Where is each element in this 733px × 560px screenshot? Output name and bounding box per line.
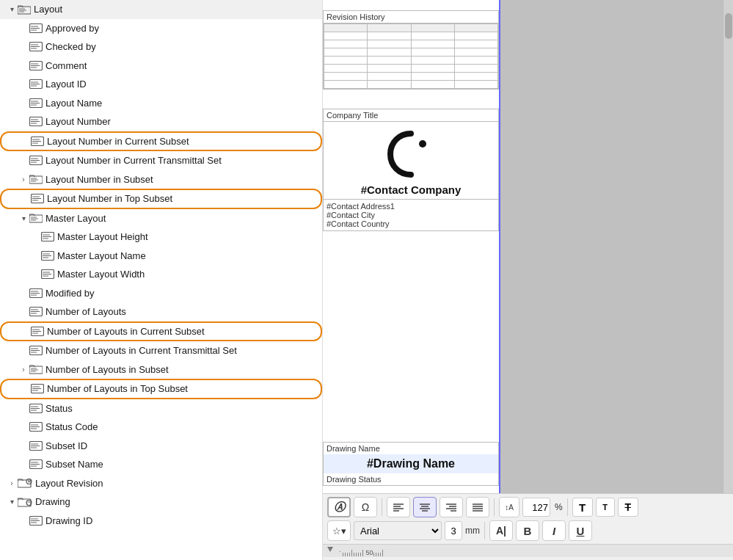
field-icon-subset-name <box>29 459 43 469</box>
separator-4 <box>484 522 485 539</box>
tree-label-layout-number-in-subset: Layout Number in Subset <box>45 172 153 187</box>
chevron-layout: ▾ <box>6 4 18 15</box>
field-icon-master-layout-height <box>41 232 54 241</box>
tree-item-master-layout-width[interactable]: › Master Layout Width <box>0 265 322 284</box>
tree-label-master-layout-height: Master Layout Height <box>57 230 148 244</box>
tree-item-number-layouts-transmittal[interactable]: › Number of Layouts in Current Transmitt… <box>0 341 322 360</box>
field-icon-subset-id <box>29 441 43 451</box>
tree-label-layout-id: Layout ID <box>45 77 87 92</box>
tree-label-number-layouts-current-subset: Number of Layouts in Current Subset <box>47 324 205 339</box>
tree-label-number-layouts-top-subset: Number of Layouts in Top Subset <box>47 382 188 396</box>
company-section: Company Title #Contact Company #Contact … <box>323 109 499 231</box>
strikethrough-button[interactable]: T <box>618 498 638 517</box>
bold-button[interactable]: B <box>516 520 539 541</box>
tree-item-layout-number-current-subset[interactable]: › Layout Number in Current Subset <box>0 131 322 152</box>
tree-label-master-layout-name: Master Layout Name <box>57 249 146 263</box>
char-insert-button[interactable]: Ⓐ <box>327 497 351 517</box>
drawing-name-section: Drawing Name #Drawing Name Drawing Statu… <box>323 442 499 486</box>
tree-item-master-layout-height[interactable]: › Master Layout Height <box>0 228 322 247</box>
text-small-button[interactable]: T <box>596 498 615 517</box>
height-icon: ↕A <box>505 503 514 512</box>
tree-item-subset-id[interactable]: › Subset ID <box>0 437 322 456</box>
mm-label: mm <box>465 526 480 536</box>
tree-item-master-layout[interactable]: ▾ Master Layout <box>0 209 322 228</box>
tree-label-subset-name: Subset Name <box>45 457 103 472</box>
separator-3 <box>567 498 568 516</box>
tree-item-drawing-id[interactable]: › Drawing ID <box>0 512 322 531</box>
omega-icon: Ω <box>362 501 369 513</box>
align-center-button[interactable] <box>413 497 437 517</box>
tree-item-layout-name[interactable]: › Layout Name <box>0 94 322 113</box>
align-right-icon <box>446 503 456 512</box>
align-justify-button[interactable] <box>466 497 489 517</box>
text-large-button[interactable]: T <box>572 498 593 517</box>
tree-item-checked-by[interactable]: › Checked by <box>0 37 322 57</box>
tree-item-approved-by[interactable]: › Approved by <box>0 19 322 38</box>
align-text-button[interactable]: A| <box>489 520 513 541</box>
field-icon-modified-by <box>29 288 43 298</box>
field-icon-drawing-id <box>29 516 43 526</box>
field-icon-number-layouts-transmittal <box>29 346 43 355</box>
tree-item-layout-number-in-subset[interactable]: › Layout Number in Subset <box>0 170 322 189</box>
align-right-button[interactable] <box>440 497 463 517</box>
align-left-button[interactable] <box>387 497 410 517</box>
tree-item-layout-id[interactable]: › Layout ID <box>0 75 322 94</box>
field-icon-layout-name <box>29 98 43 108</box>
font-size-input[interactable] <box>522 498 550 517</box>
tree-item-layout-revision[interactable]: › Layout Revision <box>0 474 322 493</box>
drawing-name-value: #Drawing Name <box>323 454 499 473</box>
folder-icon-number-layouts-in-subset <box>29 364 43 374</box>
favorites-button[interactable]: ☆▾ <box>327 520 351 541</box>
scrollbar-thumb[interactable] <box>725 13 732 39</box>
revision-row-4 <box>324 57 498 65</box>
tree-item-master-layout-name[interactable]: › Master Layout Name <box>0 247 322 266</box>
tree-label-layout-number-top-subset: Layout Number in Top Subset <box>47 192 172 206</box>
tree-panel: ▾ Layout › Approved by › Checked by <box>0 0 323 560</box>
tree-item-drawing[interactable]: ▾ Drawing <box>0 492 322 512</box>
revision-row-1 <box>324 32 498 40</box>
field-icon-layout-number <box>29 117 43 126</box>
tree-item-subset-name[interactable]: › Subset Name <box>0 455 322 474</box>
revision-row-6 <box>324 73 498 81</box>
svg-point-112 <box>419 140 426 148</box>
folder-icon-layout-number-in-subset <box>29 174 43 184</box>
tree-item-layout-number[interactable]: › Layout Number <box>0 112 322 131</box>
mm-input[interactable] <box>445 521 462 540</box>
ruler-label-0: · <box>339 548 341 555</box>
tree-item-number-of-layouts[interactable]: › Number of Layouts <box>0 302 322 321</box>
field-icon-number-layouts-current-subset <box>31 327 44 336</box>
company-name: #Contact Company <box>361 183 462 196</box>
tree-item-modified-by[interactable]: › Modified by <box>0 284 322 303</box>
svg-line-107 <box>29 501 31 503</box>
tree-label-comment: Comment <box>45 59 87 73</box>
tick-major-2 <box>362 550 365 556</box>
tree-item-layout-number-top-subset[interactable]: › Layout Number in Top Subset <box>0 189 322 209</box>
omega-button[interactable]: Ω <box>354 497 377 517</box>
font-select[interactable]: Arial Times New Roman Helvetica <box>354 521 442 540</box>
italic-button[interactable]: I <box>542 520 566 541</box>
tree-item-number-layouts-in-subset[interactable]: › Number of Layouts in Subset <box>0 360 322 379</box>
revision-row-7 <box>324 81 498 89</box>
tree-label-drawing-id: Drawing ID <box>45 514 92 528</box>
folder-icon-master-layout <box>29 213 43 223</box>
tree-label-checked-by: Checked by <box>45 40 96 54</box>
field-icon-layout-number-transmittal <box>29 156 43 165</box>
vertical-scrollbar[interactable] <box>723 0 733 493</box>
drawing-name-label: Drawing Name <box>323 442 499 454</box>
underline-button[interactable]: U <box>569 520 592 541</box>
tree-item-number-layouts-current-subset[interactable]: › Number of Layouts in Current Subset <box>0 321 322 342</box>
company-title-label: Company Title <box>323 109 499 121</box>
tree-item-layout-number-transmittal[interactable]: › Layout Number in Current Transmittal S… <box>0 151 322 170</box>
revision-history-table <box>324 23 498 89</box>
tree-item-status-code[interactable]: › Status Code <box>0 418 322 437</box>
tree-item-status[interactable]: › Status <box>0 399 322 418</box>
text-height-button[interactable]: ↕A <box>499 497 519 517</box>
field-icon-layout-id <box>29 79 43 89</box>
char-icon: Ⓐ <box>334 501 345 514</box>
tree-item-number-layouts-top-subset[interactable]: › Number of Layouts in Top Subset <box>0 379 322 399</box>
revision-row-header <box>324 24 498 32</box>
tree-item-layout[interactable]: ▾ Layout <box>0 0 322 19</box>
tree-item-comment[interactable]: › Comment <box>0 57 322 76</box>
tick-major-3 <box>382 550 384 556</box>
separator-1 <box>382 498 382 516</box>
